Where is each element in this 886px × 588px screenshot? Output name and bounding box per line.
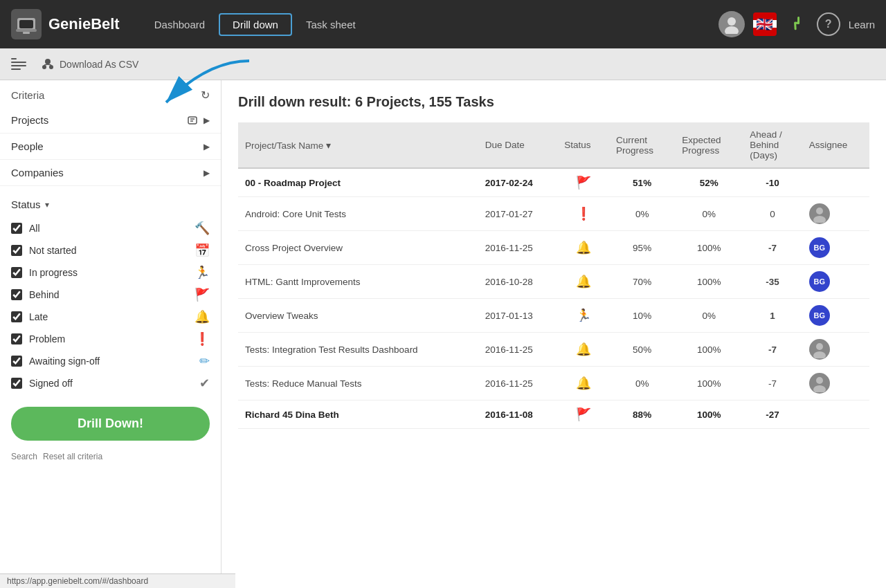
refresh-icon[interactable]: ↻ <box>201 89 210 102</box>
table-row: 00 - Roadmap Project 2017-02-24 🚩 51% 52… <box>238 168 869 197</box>
download-csv-btn[interactable]: Download As CSV <box>40 57 138 72</box>
download-csv-label: Download As CSV <box>60 59 138 70</box>
col-expected: ExpectedProgress <box>675 122 743 168</box>
results-table: Project/Task Name ▾ Due Date Status Curr… <box>238 122 869 429</box>
learn-label[interactable]: Learn <box>849 19 875 30</box>
status-section: Status ▾ All 🔨 Not started 📅 <box>0 186 221 400</box>
filter-people-label: People <box>11 140 44 152</box>
table-row: HTML: Gantt Improvements 2016-10-28 🔔 70… <box>238 265 869 299</box>
svg-rect-7 <box>11 58 17 59</box>
col-status: Status <box>557 122 609 168</box>
search-label[interactable]: Search <box>11 452 37 461</box>
nav-drilldown[interactable]: Drill down <box>219 13 292 36</box>
cb-signedoff[interactable] <box>11 378 22 389</box>
language-flag[interactable]: 🇬🇧 <box>753 12 777 36</box>
status-row-notstarted: Not started 📅 <box>0 239 221 261</box>
status-icon-notstarted: 📅 <box>195 243 210 258</box>
cb-notstarted[interactable] <box>11 245 22 256</box>
table-header-row: Project/Task Name ▾ Due Date Status Curr… <box>238 122 869 168</box>
status-row-problem: Problem ❗ <box>0 328 221 350</box>
filter-companies[interactable]: Companies ▶ <box>0 160 221 186</box>
row-current: 10% <box>609 299 675 333</box>
link-icon[interactable] <box>780 8 812 40</box>
nav-tasksheet[interactable]: Task sheet <box>292 13 370 36</box>
row-date: 2016-11-25 <box>478 333 557 367</box>
status-header[interactable]: Status ▾ <box>0 192 221 217</box>
row-delta: -7 <box>743 333 802 367</box>
sidebar: Criteria ↻ Projects ▶ People ▶ Companies <box>0 80 222 588</box>
row-date: 2016-10-28 <box>478 265 557 299</box>
svg-point-5 <box>725 26 739 34</box>
svg-rect-10 <box>11 68 21 70</box>
row-delta: 0 <box>743 197 802 231</box>
svg-point-4 <box>727 17 736 26</box>
status-label: Status <box>11 199 41 210</box>
row-name: Android: Core Unit Tests <box>238 197 478 231</box>
filter-people[interactable]: People ▶ <box>0 134 221 160</box>
svg-point-11 <box>45 59 51 64</box>
status-label-all: All <box>29 223 40 234</box>
row-expected: 0% <box>675 197 743 231</box>
svg-rect-9 <box>11 65 26 66</box>
cb-problem[interactable] <box>11 333 22 344</box>
filter-projects[interactable]: Projects ▶ <box>0 107 221 134</box>
main-layout: Criteria ↻ Projects ▶ People ▶ Companies <box>0 80 886 588</box>
row-assignee <box>802 168 869 197</box>
cb-awaiting[interactable] <box>11 356 22 367</box>
status-row-behind: Behind 🚩 <box>0 284 221 306</box>
people-arrow: ▶ <box>204 142 210 151</box>
assignee-avatar <box>809 339 830 360</box>
reset-criteria-label[interactable]: Reset all criteria <box>43 452 102 461</box>
cb-behind[interactable] <box>11 289 22 300</box>
status-row-late: Late 🔔 <box>0 306 221 328</box>
table-row: Richard 45 Dina Beth 2016-11-08 🚩 88% 10… <box>238 401 869 429</box>
row-date: 2017-01-13 <box>478 299 557 333</box>
status-icon-all: 🔨 <box>195 221 210 236</box>
status-arrow: ▾ <box>45 200 49 210</box>
row-name: 00 - Roadmap Project <box>238 168 478 197</box>
svg-rect-3 <box>23 32 30 34</box>
content-area: Drill down result: 6 Projects, 155 Tasks… <box>222 80 886 588</box>
svg-point-20 <box>813 216 826 223</box>
search-reset-area: Search Reset all criteria <box>0 448 221 467</box>
assignee-avatar-bg: BG <box>809 237 830 258</box>
row-assignee <box>802 367 869 401</box>
user-avatar[interactable] <box>718 11 745 37</box>
status-icon-problem: ❗ <box>195 331 210 347</box>
row-status: 🔔 <box>557 333 609 367</box>
logo-area: GenieBelt <box>11 9 120 39</box>
status-label-inprogress: In progress <box>29 267 78 278</box>
col-name: Project/Task Name ▾ <box>238 122 478 168</box>
status-label-notstarted: Not started <box>29 245 76 256</box>
row-date: 2016-11-25 <box>478 367 557 401</box>
svg-line-15 <box>48 64 51 65</box>
row-name: HTML: Gantt Improvements <box>238 265 478 299</box>
row-assignee <box>802 333 869 367</box>
svg-point-24 <box>813 385 826 392</box>
assignee-avatar <box>809 203 830 224</box>
status-row-all: All 🔨 <box>0 217 221 239</box>
row-delta: 1 <box>743 299 802 333</box>
secondary-toolbar: Download As CSV <box>0 48 886 80</box>
row-name: Richard 45 Dina Beth <box>238 401 478 429</box>
row-current: 88% <box>609 401 675 429</box>
help-icon[interactable]: ? <box>817 12 840 36</box>
status-label-signedoff: Signed off <box>29 378 73 389</box>
row-delta: -10 <box>743 168 802 197</box>
nav-links: Dashboard Drill down Task sheet <box>141 13 370 36</box>
row-assignee <box>802 401 869 429</box>
row-delta: -35 <box>743 265 802 299</box>
menu-icon-btn[interactable] <box>11 58 26 71</box>
svg-line-14 <box>44 64 48 65</box>
svg-point-19 <box>816 208 823 214</box>
cb-inprogress[interactable] <box>11 267 22 278</box>
assignee-avatar-bg: BG <box>809 305 830 326</box>
drill-down-button[interactable]: Drill Down! <box>11 407 210 441</box>
nav-dashboard[interactable]: Dashboard <box>141 13 219 36</box>
cb-all[interactable] <box>11 223 22 234</box>
row-date: 2016-11-25 <box>478 231 557 265</box>
criteria-label: Criteria <box>11 89 44 101</box>
filter-projects-label: Projects <box>11 114 48 126</box>
table-row: Cross Project Overview 2016-11-25 🔔 95% … <box>238 231 869 265</box>
cb-late[interactable] <box>11 311 22 322</box>
